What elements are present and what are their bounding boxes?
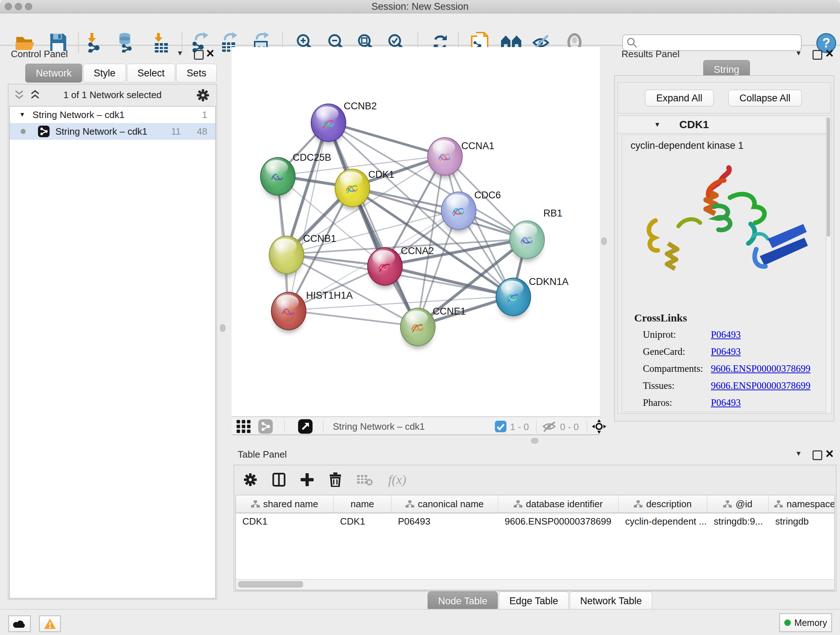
toolbar-separator [78, 32, 79, 52]
gene-section-header[interactable]: ▼ CDK1 [618, 116, 831, 134]
node-label-rb1: RB1 [543, 208, 562, 219]
node-cdk1[interactable] [335, 169, 370, 207]
table-header-row: shared namenamecanonical namedatabase id… [236, 495, 835, 513]
cell-name[interactable]: CDK1 [333, 513, 392, 529]
results-scrollbar-thumb[interactable] [827, 117, 830, 237]
crosslink-value[interactable]: 9606.ENSP00000378699 [711, 363, 810, 374]
table-panel-menu-button[interactable]: ▼ [795, 450, 802, 458]
node-ccnb1[interactable] [269, 236, 304, 274]
network-edge[interactable] [384, 266, 513, 296]
right-splitter-handle[interactable] [601, 238, 607, 245]
column-header-canonical-name[interactable]: canonical name [392, 495, 498, 513]
table-gear-icon[interactable] [243, 473, 257, 486]
import-table-button[interactable] [150, 31, 173, 54]
tab-style[interactable]: Style [83, 64, 126, 82]
tab-network-table[interactable]: Network Table [570, 592, 653, 610]
collapse-all-button[interactable]: Collapse All [728, 90, 802, 106]
control-panel-float-button[interactable] [194, 50, 204, 60]
column-header-namespace[interactable]: namespace [769, 495, 835, 513]
expand-all-button[interactable]: Expand All [645, 90, 714, 106]
tab-node-table[interactable]: Node Table [428, 592, 498, 610]
node-label-ccnb2: CCNB2 [344, 101, 377, 112]
section-expander-icon[interactable]: ▼ [654, 121, 660, 128]
search-input[interactable] [638, 37, 801, 49]
node-label-ccnb1: CCNB1 [303, 233, 336, 244]
column-header-database-identifier[interactable]: database identifier [498, 495, 619, 513]
node-cdc6[interactable] [441, 192, 477, 230]
table-data-row[interactable]: CDK1CDK1P064939606.ENSP00000378699cyclin… [236, 513, 835, 529]
fit-selected-icon[interactable] [592, 419, 606, 434]
string-app-icon [38, 126, 50, 137]
left-splitter-handle[interactable] [220, 325, 225, 332]
crosslink-value[interactable]: 9606.ENSP00000378699 [711, 380, 810, 391]
crosslink-value[interactable]: P06493 [711, 329, 741, 340]
collapse-all-icon[interactable] [14, 90, 24, 100]
tab-edge-table[interactable]: Edge Table [499, 592, 569, 610]
network-label: String Network – cdk1 [55, 126, 171, 137]
node-ccne1[interactable] [400, 308, 436, 346]
column-header--id[interactable]: @id [707, 495, 769, 513]
warning-button[interactable] [39, 616, 61, 632]
network-column-icon [774, 500, 783, 508]
column-header-description[interactable]: description [619, 495, 707, 513]
gear-icon[interactable] [196, 89, 210, 102]
node-ccnb2[interactable] [311, 103, 346, 142]
table-panel-close-button[interactable]: × [826, 446, 834, 462]
node-ccna2[interactable] [367, 247, 403, 286]
node-cdkn1a[interactable] [496, 278, 531, 316]
network-collection-row[interactable]: ▼ String Network – cdk1 1 [10, 106, 215, 123]
node-hist1h1a[interactable] [271, 292, 306, 330]
import-network-database-button[interactable] [114, 31, 137, 54]
delete-column-icon[interactable] [329, 472, 342, 487]
birdseye-view-icon[interactable] [298, 419, 313, 434]
results-panel-title: Results Panel [622, 49, 679, 60]
column-header-name[interactable]: name [333, 495, 392, 513]
cell-namespace[interactable]: stringdb [769, 513, 835, 529]
cloud-button[interactable] [8, 616, 31, 632]
cell-database-identifier[interactable]: 9606.ENSP00000378699 [498, 513, 619, 529]
hidden-eye-icon[interactable] [542, 421, 556, 432]
control-panel-close-button[interactable]: × [206, 46, 214, 61]
results-panel-close-button[interactable]: × [826, 46, 834, 61]
expander-icon[interactable]: ▼ [19, 111, 25, 119]
cell--id[interactable]: stringdb:9... [707, 513, 769, 529]
tab-network[interactable]: Network [25, 64, 82, 82]
network-view-toolbar: String Network – cdk1 1 - 0 0 - 0 [232, 416, 600, 435]
node-rb1[interactable] [509, 220, 545, 259]
results-scrollbar[interactable] [826, 116, 832, 414]
crosslink-label: Pharos: [643, 397, 711, 409]
protein-thumbnail-icon [435, 147, 454, 166]
tab-select[interactable]: Select [127, 64, 175, 82]
node-label-ccna1: CCNA1 [461, 141, 494, 152]
crosslinks-list: Uniprot:P06493GeneCard:P06493Compartment… [643, 326, 820, 411]
crosslink-value[interactable]: P06493 [711, 397, 741, 409]
show-columns-icon[interactable] [272, 473, 286, 486]
results-panel-menu-button[interactable]: ▼ [795, 49, 802, 57]
import-network-file-button[interactable] [82, 31, 106, 54]
control-tabs: NetworkStyleSelectSets [25, 64, 218, 82]
protein-thumbnail-icon [342, 179, 361, 198]
table-h-scrollbar-thumb[interactable] [238, 581, 303, 587]
results-panel-float-button[interactable] [813, 50, 822, 60]
bottom-splitter-handle[interactable] [531, 438, 538, 443]
table-h-scrollbar[interactable] [236, 579, 834, 590]
selected-checkbox-icon[interactable] [495, 421, 507, 432]
table-panel-float-button[interactable] [813, 450, 822, 460]
tab-sets[interactable]: Sets [176, 64, 217, 82]
memory-button[interactable]: Memory [779, 613, 832, 632]
add-column-icon[interactable] [301, 473, 314, 486]
node-cdc25b[interactable] [260, 157, 295, 195]
control-panel-menu-button[interactable]: ▼ [177, 49, 183, 57]
grid-view-icon[interactable] [237, 420, 254, 433]
network-canvas[interactable]: CCNB2CCNA1CDC25BCDK1CDC6RB1CCNB1CCNA2CDK… [232, 47, 600, 416]
cell-canonical-name[interactable]: P06493 [392, 513, 498, 529]
node-ccna1[interactable] [427, 137, 463, 176]
cell-description[interactable]: cyclin-dependent ... [619, 513, 707, 529]
crosslink-value[interactable]: P06493 [711, 346, 741, 357]
expand-all-icon[interactable] [30, 90, 40, 100]
column-header-shared-name[interactable]: shared name [236, 495, 333, 513]
cell-shared-name[interactable]: CDK1 [236, 513, 333, 529]
share-view-icon[interactable] [258, 419, 273, 434]
network-edge[interactable] [288, 310, 417, 326]
network-row[interactable]: String Network – cdk1 11 48 [10, 123, 215, 140]
